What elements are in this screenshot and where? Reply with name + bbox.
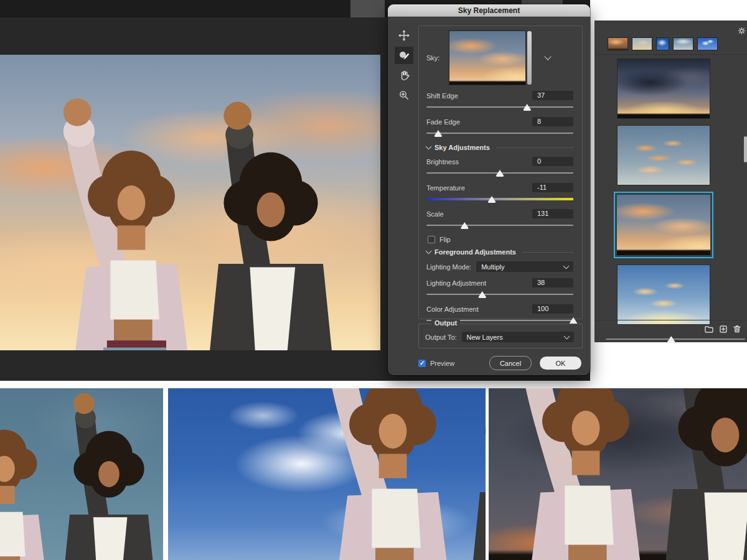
sky-preset-thumbnail — [618, 126, 710, 185]
sky-preset-preview[interactable] — [449, 30, 526, 85]
lighting-mode-row: Lighting Mode: Multiply — [426, 261, 573, 272]
brightness-row: Brightness 0 — [426, 157, 573, 166]
lighting-mode-dropdown[interactable]: Multiply — [476, 261, 573, 272]
slider-track[interactable] — [426, 133, 573, 134]
shift-edge-value[interactable]: 37 — [532, 91, 573, 100]
color-adjustment-value[interactable]: 100 — [532, 304, 573, 314]
hand-icon — [398, 70, 410, 81]
flip-label: Flip — [439, 236, 451, 243]
chevron-down-icon — [564, 334, 570, 340]
ok-button[interactable]: OK — [540, 357, 581, 370]
zoom-tool-button[interactable] — [395, 86, 413, 104]
sky-preset-thumbnail — [617, 195, 710, 255]
temperature-gradient-track[interactable] — [426, 198, 573, 200]
cancel-button[interactable]: Cancel — [489, 356, 532, 370]
people-silhouettes — [9, 55, 358, 350]
slider-track[interactable] — [426, 294, 573, 295]
sky-category-deep-blue[interactable] — [656, 37, 669, 50]
sky-preset-blue-orange-clouds[interactable] — [617, 125, 710, 185]
sky-category-pale-sunset[interactable] — [632, 37, 652, 50]
slider-track[interactable] — [426, 106, 573, 108]
output-group: Output Output To: New Layers — [418, 324, 583, 348]
flip-row: Flip — [428, 235, 573, 244]
output-to-label: Output To: — [425, 334, 457, 341]
move-icon — [398, 30, 410, 41]
dialog-settings-panel: Sky: Shift Edge 37 Fade Edge 8 — [418, 26, 583, 319]
sky-preset-list — [617, 58, 710, 325]
temperature-row: Temperature -11 — [426, 183, 573, 192]
sky-preview-scrollbar[interactable] — [527, 31, 532, 85]
new-sky-icon[interactable] — [720, 324, 727, 335]
section-rule — [496, 147, 573, 148]
sky-category-blue-clouds[interactable] — [697, 37, 718, 50]
brightness-label: Brightness — [426, 158, 459, 166]
brightness-slider[interactable] — [426, 169, 573, 177]
panel-divider — [595, 54, 747, 55]
sky-preset-thumbnail — [618, 265, 710, 324]
people-silhouettes — [271, 388, 486, 560]
shift-edge-slider[interactable] — [426, 103, 573, 111]
document-tab-fragment — [350, 0, 385, 17]
dialog-title: Sky Replacement — [388, 4, 590, 17]
move-tool-button[interactable] — [395, 27, 413, 44]
section-rule — [522, 252, 573, 253]
temperature-slider[interactable] — [426, 195, 573, 203]
shift-edge-row: Shift Edge 37 — [426, 91, 573, 100]
scale-slider[interactable] — [426, 222, 573, 229]
panel-footer — [595, 320, 747, 343]
lighting-mode-value: Multiply — [481, 263, 564, 271]
output-to-value: New Layers — [467, 334, 565, 341]
scale-value[interactable]: 131 — [532, 209, 573, 218]
hand-tool-button[interactable] — [395, 67, 413, 84]
sky-preset-sunset-cumulus[interactable] — [614, 192, 713, 258]
output-image-bright-blue-clouds — [168, 388, 486, 560]
sky-preset-golden-clouds[interactable] — [617, 264, 710, 325]
temperature-label: Temperature — [426, 184, 465, 192]
dialog-toolbar — [393, 27, 415, 104]
canvas-image[interactable] — [0, 55, 380, 350]
sky-category-sunset-clouds[interactable] — [608, 37, 628, 50]
lighting-adjustment-slider[interactable] — [426, 291, 573, 298]
scale-label: Scale — [426, 210, 444, 218]
sky-preset-row: Sky: — [426, 30, 573, 85]
output-image-flat-blue — [0, 388, 163, 560]
output-to-row: Output To: New Layers — [425, 332, 574, 342]
scale-row: Scale 131 — [426, 209, 573, 218]
lighting-adjustment-value[interactable]: 38 — [532, 278, 573, 287]
foreground-adjustments-header[interactable]: Foreground Adjustments — [426, 248, 573, 256]
temperature-value[interactable]: -11 — [532, 183, 573, 192]
sky-brush-icon — [398, 50, 410, 62]
shift-edge-label: Shift Edge — [426, 92, 458, 100]
fade-edge-value[interactable]: 8 — [532, 117, 573, 126]
gear-icon[interactable] — [738, 26, 746, 37]
chevron-down-icon[interactable] — [544, 53, 551, 60]
preview-checkbox[interactable] — [418, 360, 426, 367]
screenshot-root: Sky Replacement — [0, 0, 747, 560]
preview-toggle[interactable]: Preview — [418, 360, 489, 367]
panel-scrollbar[interactable] — [744, 136, 747, 162]
thumbnail-size-slider[interactable] — [606, 335, 745, 343]
slider-track[interactable] — [606, 338, 745, 340]
slider-track[interactable] — [426, 225, 573, 226]
dialog-footer: Preview Cancel OK — [418, 356, 581, 370]
folder-icon[interactable] — [705, 324, 713, 335]
sky-preset-dusk-horizon[interactable] — [617, 58, 710, 119]
foreground-adjustments-title: Foreground Adjustments — [435, 248, 516, 256]
sky-adjustments-header[interactable]: Sky Adjustments — [426, 143, 573, 152]
fade-edge-slider[interactable] — [426, 129, 573, 137]
sky-brush-tool-button[interactable] — [395, 47, 413, 64]
sky-preset-thumbnail — [618, 59, 710, 118]
delete-icon[interactable] — [733, 324, 741, 335]
sky-label: Sky: — [426, 54, 449, 62]
lighting-adjustment-row: Lighting Adjustment 38 — [426, 278, 573, 287]
sky-category-overcast-blue[interactable] — [673, 37, 693, 50]
flip-checkbox[interactable] — [428, 236, 435, 243]
sky-replacement-dialog: Sky Replacement — [388, 4, 590, 375]
zoom-icon — [398, 90, 410, 101]
output-to-dropdown[interactable]: New Layers — [462, 332, 574, 342]
panel-footer-icons — [705, 324, 741, 335]
color-adjustment-label: Color Adjustment — [426, 306, 479, 313]
fade-edge-row: Fade Edge 8 — [426, 117, 573, 126]
brightness-value[interactable]: 0 — [532, 157, 573, 166]
color-adjustment-row: Color Adjustment 100 — [426, 304, 573, 314]
